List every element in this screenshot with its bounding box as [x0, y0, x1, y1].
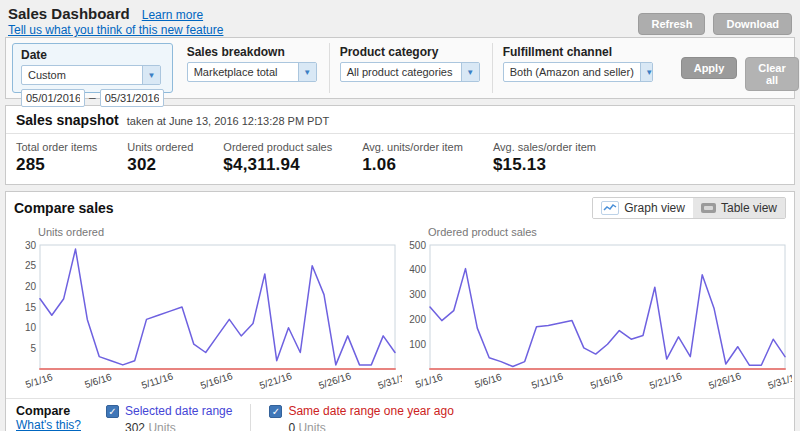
date-range-separator: – — [89, 91, 96, 105]
svg-text:200: 200 — [409, 314, 426, 325]
chevron-down-icon: ▼ — [640, 63, 653, 81]
table-view-label: Table view — [721, 201, 777, 215]
selected-range-label: Selected date range — [125, 404, 232, 418]
compare-sales-title: Compare sales — [14, 200, 114, 216]
svg-text:25: 25 — [25, 260, 37, 271]
previous-range-legend: ✓ Same date range one year ago 0 Units $… — [250, 404, 471, 431]
metric-ordered-product-sales: Ordered product sales $4,311.94 — [223, 141, 332, 175]
clear-all-button[interactable]: Clear all — [745, 57, 799, 91]
svg-text:5/26/16: 5/26/16 — [707, 370, 743, 391]
refresh-button[interactable]: Refresh — [638, 13, 705, 35]
fulfillment-channel-filter-group: Fulfillment channel Both (Amazon and sel… — [492, 43, 665, 93]
chevron-down-icon: ▼ — [298, 63, 316, 81]
metric-avg-units-per-order: Avg. units/order item 1.06 — [362, 141, 463, 175]
svg-text:300: 300 — [409, 289, 426, 300]
product-category-label: Product category — [340, 45, 480, 59]
svg-text:5: 5 — [30, 343, 36, 354]
svg-text:5/16/16: 5/16/16 — [589, 370, 625, 391]
download-button[interactable]: Download — [713, 13, 792, 35]
feedback-link[interactable]: Tell us what you think of this new featu… — [8, 23, 223, 37]
ordered-product-sales-chart: 1002003004005005/1/165/6/165/11/165/16/1… — [402, 239, 792, 398]
previous-range-label: Same date range one year ago — [288, 404, 453, 418]
units-ordered-chart: 510152025305/1/165/6/165/11/165/16/165/2… — [12, 239, 402, 398]
filter-bar: Date Custom ▼ – Sales breakdown Marketpl… — [5, 37, 795, 99]
svg-text:5/16/16: 5/16/16 — [199, 370, 235, 391]
svg-text:30: 30 — [25, 240, 37, 251]
metric-units-ordered: Units ordered 302 — [127, 141, 193, 175]
view-toggle: Graph view Table view — [592, 197, 786, 219]
svg-text:5/6/16: 5/6/16 — [83, 371, 113, 390]
svg-text:5/1/16: 5/1/16 — [24, 371, 54, 390]
date-range-select[interactable]: Custom ▼ — [21, 65, 161, 85]
graph-view-label: Graph view — [624, 201, 685, 215]
svg-text:15: 15 — [25, 302, 37, 313]
svg-text:5/1/16: 5/1/16 — [414, 371, 444, 390]
svg-text:5/11/16: 5/11/16 — [140, 370, 175, 391]
apply-button[interactable]: Apply — [681, 57, 738, 79]
selected-range-units-value: 302 — [125, 421, 145, 431]
fulfillment-channel-label: Fulfillment channel — [503, 45, 653, 59]
selected-range-units-word: Units — [148, 421, 175, 431]
sales-breakdown-select[interactable]: Marketplace total ▼ — [187, 62, 317, 82]
date-range-selected-value: Custom — [22, 69, 72, 81]
chevron-down-icon: ▼ — [461, 63, 479, 81]
table-view-button[interactable]: Table view — [693, 198, 785, 218]
units-ordered-chart-title: Units ordered — [12, 226, 402, 238]
selected-range-legend: ✓ Selected date range 302 Units $4,311.9… — [104, 404, 250, 431]
page-title: Sales Dashboard — [8, 5, 130, 22]
compare-sales-section: Compare sales Graph view Table view Unit… — [5, 191, 795, 431]
svg-text:5/21/16: 5/21/16 — [258, 370, 294, 391]
fulfillment-channel-select[interactable]: Both (Amazon and seller) ▼ — [503, 62, 653, 82]
units-ordered-chart-block: Units ordered 510152025305/1/165/6/165/1… — [12, 226, 402, 398]
line-chart-icon — [601, 201, 619, 215]
ordered-product-sales-chart-block: Ordered product sales 1002003004005005/1… — [402, 226, 792, 398]
previous-range-checkbox[interactable]: ✓ — [269, 405, 282, 418]
svg-text:5/6/16: 5/6/16 — [473, 371, 503, 390]
chevron-down-icon: ▼ — [142, 66, 160, 84]
previous-range-units-word: Units — [298, 421, 325, 431]
svg-text:5/21/16: 5/21/16 — [648, 370, 684, 391]
sales-breakdown-selected-value: Marketplace total — [188, 66, 284, 78]
svg-text:20: 20 — [25, 281, 37, 292]
graph-view-button[interactable]: Graph view — [593, 198, 693, 218]
metric-total-order-items: Total order items 285 — [16, 141, 97, 175]
svg-text:5/31/16: 5/31/16 — [766, 370, 792, 391]
whats-this-link[interactable]: What's this? — [16, 418, 81, 431]
product-category-selected-value: All product categories — [341, 66, 459, 78]
svg-text:500: 500 — [409, 240, 426, 251]
date-filter-label: Date — [21, 48, 164, 62]
topbar: Sales Dashboard Learn more Tell us what … — [0, 0, 800, 37]
previous-range-units-value: 0 — [288, 421, 295, 431]
ordered-product-sales-chart-title: Ordered product sales — [402, 226, 792, 238]
fulfillment-channel-selected-value: Both (Amazon and seller) — [504, 66, 640, 78]
svg-text:100: 100 — [409, 339, 426, 350]
snapshot-timestamp: taken at June 13, 2016 12:13:28 PM PDT — [127, 115, 329, 127]
product-category-filter-group: Product category All product categories … — [329, 43, 492, 93]
svg-text:10: 10 — [25, 322, 37, 333]
product-category-select[interactable]: All product categories ▼ — [340, 62, 480, 82]
selected-range-checkbox[interactable]: ✓ — [106, 405, 119, 418]
metric-avg-sales-per-order: Avg. sales/order item $15.13 — [493, 141, 596, 175]
svg-text:5/26/16: 5/26/16 — [317, 370, 353, 391]
compare-legend: Compare What's this? ✓ Selected date ran… — [6, 398, 794, 431]
svg-text:5/11/16: 5/11/16 — [530, 370, 565, 391]
sales-snapshot-section: Sales snapshot taken at June 13, 2016 12… — [5, 105, 795, 185]
date-from-input[interactable] — [21, 89, 85, 107]
svg-text:5/31/16: 5/31/16 — [376, 370, 402, 391]
sales-breakdown-filter-group: Sales breakdown Marketplace total ▼ — [177, 43, 329, 93]
learn-more-link[interactable]: Learn more — [142, 8, 203, 22]
sales-snapshot-title: Sales snapshot — [16, 112, 119, 128]
svg-text:400: 400 — [409, 264, 426, 275]
compare-label: Compare — [16, 404, 104, 418]
date-filter-group: Date Custom ▼ – — [12, 43, 173, 93]
date-to-input[interactable] — [100, 89, 164, 107]
table-icon — [701, 203, 716, 213]
sales-breakdown-label: Sales breakdown — [187, 45, 317, 59]
